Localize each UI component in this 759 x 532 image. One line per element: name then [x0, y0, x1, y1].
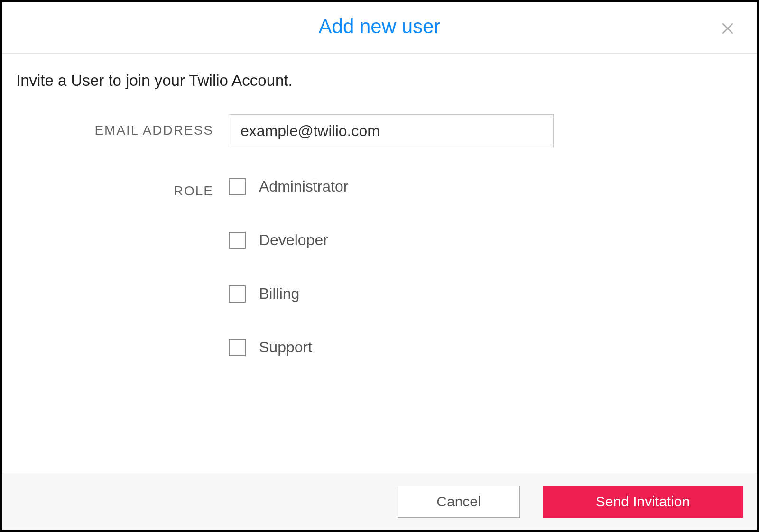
- modal-title: Add new user: [2, 15, 757, 38]
- close-icon: [720, 21, 735, 36]
- role-item-support: Support: [229, 339, 743, 356]
- role-control: Administrator Developer Billing Support: [229, 175, 743, 356]
- modal-subtitle: Invite a User to join your Twilio Accoun…: [16, 72, 743, 90]
- role-label-administrator: Administrator: [259, 178, 349, 195]
- send-invitation-button[interactable]: Send Invitation: [543, 486, 743, 518]
- close-button[interactable]: [718, 19, 737, 38]
- role-item-administrator: Administrator: [229, 178, 743, 195]
- role-checkbox-administrator[interactable]: [229, 178, 246, 195]
- role-label: ROLE: [16, 175, 229, 199]
- role-list: Administrator Developer Billing Support: [229, 175, 743, 356]
- modal-header: Add new user: [2, 2, 757, 54]
- add-user-modal: Add new user Invite a User to join your …: [0, 0, 759, 532]
- email-input[interactable]: [229, 114, 554, 147]
- modal-body: Invite a User to join your Twilio Accoun…: [2, 54, 757, 473]
- email-control: [229, 114, 743, 147]
- role-checkbox-developer[interactable]: [229, 232, 246, 249]
- role-checkbox-support[interactable]: [229, 339, 246, 356]
- role-item-billing: Billing: [229, 285, 743, 303]
- role-checkbox-billing[interactable]: [229, 285, 246, 303]
- email-row: EMAIL ADDRESS: [16, 114, 743, 147]
- role-label-support: Support: [259, 339, 312, 356]
- role-label-developer: Developer: [259, 231, 328, 249]
- role-row: ROLE Administrator Developer Billing: [16, 175, 743, 356]
- modal-footer: Cancel Send Invitation: [2, 473, 757, 530]
- email-label: EMAIL ADDRESS: [16, 114, 229, 138]
- cancel-button[interactable]: Cancel: [398, 486, 520, 518]
- role-label-billing: Billing: [259, 285, 299, 303]
- role-item-developer: Developer: [229, 231, 743, 249]
